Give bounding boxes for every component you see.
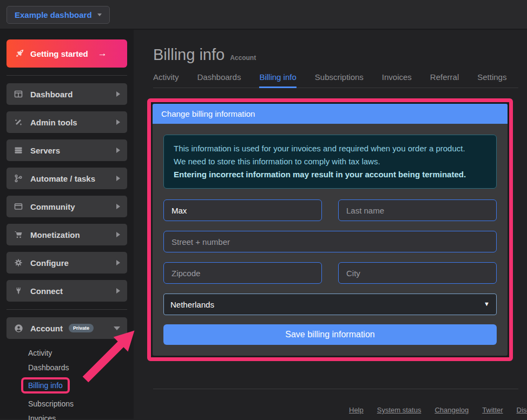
chevron-right-icon [116, 148, 120, 153]
sidebar-item-label: Automate / tasks [30, 174, 109, 183]
sidebar-item-label: Community [30, 202, 109, 211]
sub-item-label: Subscriptions [28, 399, 74, 408]
sidebar-item-configure[interactable]: Configure [6, 252, 127, 274]
tab-invoices[interactable]: Invoices [382, 72, 412, 88]
topbar: Example dashboard [0, 0, 527, 30]
cart-icon [14, 230, 23, 239]
sub-item-label: Dashboards [28, 363, 69, 372]
sidebar-divider [6, 75, 127, 76]
tab-activity[interactable]: Activity [153, 72, 179, 88]
app-window: Example dashboard Getting started → [0, 0, 527, 420]
card-header: Change billing information [153, 104, 508, 124]
notice-line-1: This information is used for your invoic… [174, 142, 486, 155]
grid-icon [14, 90, 23, 98]
sidebar-item-label: Account [30, 324, 63, 333]
branch-icon [14, 174, 23, 183]
sidebar-divider [6, 309, 127, 310]
getting-started-label: Getting started [30, 49, 88, 58]
chevron-down-icon [97, 14, 102, 16]
sidebar-item-label: Connect [30, 286, 109, 296]
billing-card: Change billing information This informat… [153, 104, 508, 356]
sub-item-subscriptions[interactable]: Subscriptions [6, 396, 127, 411]
notice-line-2: We need to store this information to com… [174, 155, 486, 168]
footer: Help System status Changelog Twitter Dis… [349, 406, 527, 414]
tab-dashboards[interactable]: Dashboards [197, 72, 241, 88]
billing-notice: This information is used for your invoic… [163, 135, 497, 189]
sidebar-item-dashboard[interactable]: Dashboard [6, 83, 127, 105]
chevron-right-icon [116, 288, 120, 294]
arrow-right-icon: → [98, 48, 107, 59]
footer-link-discord[interactable]: Discord [517, 406, 527, 414]
sidebar-item-label: Monetization [30, 230, 109, 239]
zipcode-field[interactable] [163, 262, 322, 284]
street-field[interactable] [163, 231, 497, 252]
sidebar-item-servers[interactable]: Servers [6, 139, 127, 161]
tab-referral[interactable]: Referral [430, 72, 459, 88]
sidebar-item-admin-tools[interactable]: Admin tools [6, 111, 127, 133]
project-selector-label: Example dashboard [15, 10, 92, 19]
plug-icon [14, 286, 23, 295]
sub-item-label: Invoices [28, 414, 56, 420]
content-divider [153, 389, 518, 389]
notice-line-3: Entering incorrect information may resul… [174, 170, 466, 179]
chevron-right-icon [116, 204, 120, 209]
sidebar-item-automate-tasks[interactable]: Automate / tasks [6, 168, 127, 189]
sidebar-item-connect[interactable]: Connect [6, 280, 127, 302]
footer-link-twitter[interactable]: Twitter [482, 406, 503, 414]
sidebar-item-label: Configure [30, 258, 109, 268]
footer-link-help[interactable]: Help [349, 406, 364, 414]
tab-bar: Activity Dashboards Billing info Subscri… [153, 72, 518, 88]
sidebar-item-label: Admin tools [30, 118, 109, 127]
sidebar-item-label: Servers [30, 146, 109, 155]
annotation-highlight-box: Billing info [21, 377, 70, 394]
page-subtitle: Account [230, 54, 256, 62]
footer-link-changelog[interactable]: Changelog [434, 406, 469, 414]
sidebar-item-label: Dashboard [30, 90, 109, 99]
country-select[interactable]: Netherlands [163, 294, 497, 315]
rocket-icon [15, 48, 25, 59]
tab-billing-info[interactable]: Billing info [259, 72, 296, 88]
sub-item-label: Activity [28, 349, 52, 357]
page-title: Billing info [153, 46, 225, 64]
annotation-arrow-icon [80, 323, 142, 385]
sub-item-invoices[interactable]: Invoices [6, 411, 127, 420]
user-icon [14, 324, 23, 332]
server-icon [14, 146, 23, 155]
project-selector-button[interactable]: Example dashboard [6, 6, 110, 24]
tab-subscriptions[interactable]: Subscriptions [315, 72, 364, 88]
footer-link-system-status[interactable]: System status [377, 406, 421, 414]
city-field[interactable] [338, 262, 497, 284]
main-content: Billing info Account Activity Dashboards… [134, 30, 527, 419]
tab-settings[interactable]: Settings [477, 72, 506, 88]
gear-icon [14, 258, 23, 267]
window-icon [14, 202, 23, 211]
chevron-right-icon [116, 91, 120, 97]
chevron-right-icon [116, 260, 120, 265]
sidebar-item-community[interactable]: Community [6, 196, 127, 217]
first-name-field[interactable] [163, 199, 322, 221]
annotation-outline-box: Change billing information This informat… [147, 98, 513, 361]
last-name-field[interactable] [338, 199, 497, 221]
getting-started-button[interactable]: Getting started → [6, 39, 127, 68]
wand-icon [14, 118, 23, 126]
sidebar-item-monetization[interactable]: Monetization [6, 224, 127, 245]
chevron-right-icon [116, 119, 120, 125]
save-billing-button[interactable]: Save billing information [163, 324, 497, 345]
chevron-right-icon [116, 176, 120, 181]
chevron-right-icon [116, 232, 120, 237]
